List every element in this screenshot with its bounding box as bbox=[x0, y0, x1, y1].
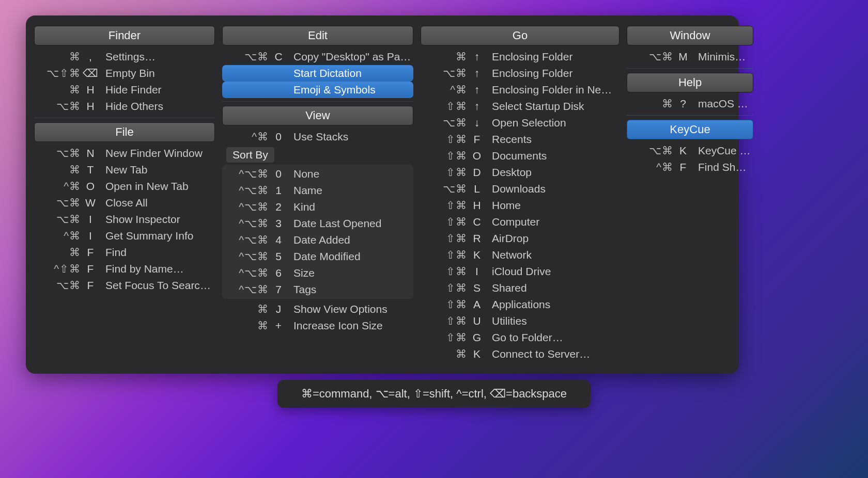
shortcut-item[interactable]: ⌥⌘↓Open Selection bbox=[421, 115, 619, 131]
shortcut-label: AirDrop bbox=[487, 232, 617, 245]
modifier-keys: ^⌥⌘ bbox=[224, 234, 269, 246]
shortcut-label: Get Summary Info bbox=[100, 230, 213, 242]
shortcut-label: Increase Icon Size bbox=[288, 320, 411, 332]
shortcut-item[interactable]: ^⌥⌘1Name bbox=[222, 182, 413, 199]
shortcut-item[interactable]: ⇧⌘IiCloud Drive bbox=[421, 263, 619, 280]
section-header[interactable]: Window bbox=[627, 26, 753, 45]
shortcut-item[interactable]: ⌘HHide Finder bbox=[34, 82, 215, 98]
section-header[interactable]: KeyCue bbox=[627, 120, 753, 139]
key-char: 7 bbox=[269, 283, 288, 296]
section-header[interactable]: File bbox=[34, 122, 215, 142]
shortcut-item[interactable]: ⌘?macOS Help bbox=[627, 95, 753, 112]
shortcut-item[interactable]: ^⌥⌘2Kind bbox=[222, 199, 413, 215]
modifier-keys: ⇧⌘ bbox=[423, 315, 467, 327]
submenu-header[interactable]: Sort By bbox=[226, 147, 274, 163]
modifier-keys: ⌘ bbox=[224, 320, 269, 332]
section-header[interactable]: Go bbox=[421, 26, 619, 45]
modifier-keys: ⇧⌘ bbox=[423, 150, 467, 162]
key-char: D bbox=[467, 166, 487, 179]
column: Finder⌘,Settings…⌥⇧⌘⌫Empty Bin⌘HHide Fin… bbox=[34, 25, 215, 362]
modifier-keys: ⌥⌘ bbox=[224, 51, 269, 63]
key-char: ↓ bbox=[467, 117, 487, 129]
shortcut-item[interactable]: ⇧⌘HHome bbox=[421, 197, 619, 214]
shortcut-item[interactable]: ⌘TNew Tab bbox=[34, 162, 215, 178]
shortcut-item[interactable]: Emoji & Symbols bbox=[222, 82, 413, 98]
shortcut-item[interactable]: ⇧⌘FRecents bbox=[421, 131, 619, 148]
modifier-keys: ^⌥⌘ bbox=[224, 217, 269, 230]
shortcut-label: Kind bbox=[288, 201, 411, 213]
shortcut-item[interactable]: ⌘KConnect to Server… bbox=[421, 346, 619, 362]
shortcut-item[interactable]: ^⌥⌘3Date Last Opened bbox=[222, 215, 413, 232]
shortcut-item[interactable]: ⌥⇧⌘⌫Empty Bin bbox=[34, 65, 215, 82]
shortcut-label: Connect to Server… bbox=[487, 348, 617, 360]
shortcut-item[interactable]: ^⌥⌘4Date Added bbox=[222, 232, 413, 248]
shortcut-item[interactable]: ^⌥⌘5Date Modified bbox=[222, 248, 413, 265]
shortcut-label: New Finder Window bbox=[100, 147, 213, 160]
shortcut-item[interactable]: ⇧⌘RAirDrop bbox=[421, 230, 619, 247]
modifier-keys: ⇧⌘ bbox=[423, 100, 467, 113]
shortcut-label: Network bbox=[487, 249, 617, 261]
key-char: O bbox=[81, 180, 100, 193]
shortcut-item[interactable]: ^⌘IGet Summary Info bbox=[34, 228, 215, 244]
shortcut-item[interactable]: ⇧⌘CComputer bbox=[421, 214, 619, 230]
shortcut-label: Date Modified bbox=[288, 250, 411, 263]
shortcut-item[interactable]: ⌥⌘↑Enclosing Folder bbox=[421, 65, 619, 82]
shortcut-label: Open Selection bbox=[487, 117, 617, 129]
shortcut-item[interactable]: Start Dictation bbox=[222, 65, 413, 82]
shortcut-label: Show View Options bbox=[288, 303, 411, 315]
modifier-keys: ⌥⌘ bbox=[423, 183, 467, 195]
shortcut-item[interactable]: ⌘FFind bbox=[34, 244, 215, 261]
modifier-keys: ⌘ bbox=[224, 303, 269, 315]
shortcut-item[interactable]: ⌘JShow View Options bbox=[222, 301, 413, 317]
shortcut-item[interactable]: ⌥⌘NNew Finder Window bbox=[34, 145, 215, 162]
shortcut-item[interactable]: ⌘+Increase Icon Size bbox=[222, 317, 413, 334]
shortcut-item[interactable]: ⌥⌘FSet Focus To Search Field bbox=[34, 277, 215, 294]
modifier-keys: ⇧⌘ bbox=[423, 166, 467, 179]
shortcut-item[interactable]: ⇧⌘SShared bbox=[421, 280, 619, 296]
modifier-keys: ⌥⌘ bbox=[36, 100, 81, 113]
shortcut-item[interactable]: ^⌘OOpen in New Tab bbox=[34, 178, 215, 195]
key-char: ⌫ bbox=[81, 67, 100, 79]
shortcut-item[interactable]: ⌘,Settings… bbox=[34, 49, 215, 65]
modifier-keys: ⌥⌘ bbox=[423, 117, 467, 129]
section-header[interactable]: Finder bbox=[34, 26, 215, 45]
shortcut-item[interactable]: ⇧⌘KNetwork bbox=[421, 247, 619, 263]
key-char: 0 bbox=[269, 131, 288, 143]
key-char: 3 bbox=[269, 217, 288, 230]
shortcut-item[interactable]: ^⇧⌘FFind by Name… bbox=[34, 261, 215, 277]
modifier-keys: ⌘ bbox=[36, 84, 81, 96]
shortcut-item[interactable]: ⇧⌘GGo to Folder… bbox=[421, 329, 619, 346]
shortcut-item[interactable]: ⌥⌘KKeyCue Settings bbox=[627, 142, 753, 159]
shortcut-item[interactable]: ⇧⌘UUtilities bbox=[421, 313, 619, 329]
section-separator bbox=[627, 68, 753, 69]
section-header[interactable]: Edit bbox=[222, 26, 413, 45]
shortcut-item[interactable]: ⌥⌘WClose All bbox=[34, 195, 215, 211]
shortcut-label: Start Dictation bbox=[288, 67, 411, 79]
key-char: T bbox=[81, 164, 100, 176]
shortcut-item[interactable]: ⇧⌘DDesktop bbox=[421, 164, 619, 181]
shortcut-item[interactable]: ^⌥⌘0None bbox=[222, 166, 413, 182]
key-char: C bbox=[467, 216, 487, 228]
modifier-keys: ⌥⌘ bbox=[36, 147, 81, 160]
shortcut-item[interactable]: ⌥⌘CCopy "Desktop" as Pathname bbox=[222, 49, 413, 65]
shortcut-label: Set Focus To Search Field bbox=[100, 279, 213, 292]
shortcut-item[interactable]: ⌥⌘LDownloads bbox=[421, 181, 619, 197]
key-char: 5 bbox=[269, 250, 288, 263]
shortcut-item[interactable]: ⌥⌘HHide Others bbox=[34, 98, 215, 115]
shortcut-item[interactable]: ^⌥⌘7Tags bbox=[222, 281, 413, 298]
shortcut-item[interactable]: ⌥⌘MMinimise All bbox=[627, 49, 753, 65]
shortcut-item[interactable]: ⇧⌘ODocuments bbox=[421, 148, 619, 164]
modifier-keys: ⇧⌘ bbox=[423, 216, 467, 228]
shortcut-item[interactable]: ⌥⌘IShow Inspector bbox=[34, 211, 215, 228]
key-char: I bbox=[467, 265, 487, 278]
shortcut-item[interactable]: ^⌘0Use Stacks bbox=[222, 129, 413, 145]
shortcut-item[interactable]: ⇧⌘AApplications bbox=[421, 296, 619, 313]
shortcut-item[interactable]: ^⌘↑Enclosing Folder in New Window bbox=[421, 82, 619, 98]
modifier-keys: ⌥⌘ bbox=[36, 279, 81, 292]
section-header[interactable]: Help bbox=[627, 73, 753, 92]
shortcut-item[interactable]: ⇧⌘↑Select Startup Disk bbox=[421, 98, 619, 115]
shortcut-item[interactable]: ^⌥⌘6Size bbox=[222, 265, 413, 281]
section-header[interactable]: View bbox=[222, 106, 413, 125]
shortcut-item[interactable]: ^⌘FFind Shortcuts… bbox=[627, 159, 753, 176]
shortcut-item[interactable]: ⌘↑Enclosing Folder bbox=[421, 49, 619, 65]
